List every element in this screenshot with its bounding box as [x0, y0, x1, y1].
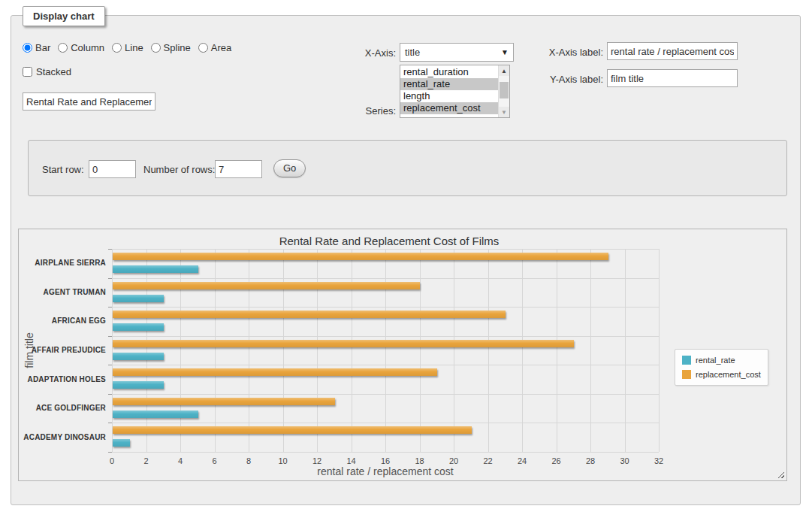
scrollbar-thumb[interactable] — [500, 82, 509, 98]
chevron-down-icon: ▼ — [501, 48, 509, 56]
chart-type-option-bar[interactable]: Bar — [23, 42, 50, 53]
chart-type-radio-line[interactable] — [112, 43, 122, 53]
bar-chart: Rental Rate and Replacement Cost of Film… — [18, 229, 787, 481]
series-option-replacement_cost[interactable]: replacement_cost — [400, 102, 498, 114]
chart-type-option-column[interactable]: Column — [58, 42, 104, 53]
series-option-length[interactable]: length — [400, 90, 498, 102]
x-tick-label: 6 — [212, 456, 216, 465]
gridline — [112, 249, 113, 452]
num-rows-input[interactable] — [215, 160, 262, 178]
y-axis-label-input[interactable] — [607, 69, 738, 87]
x-tick-label: 12 — [312, 456, 321, 465]
y-axis-tick — [108, 394, 112, 395]
resize-grip-icon[interactable] — [776, 470, 784, 478]
chart-legend: rental_ratereplacement_cost — [675, 349, 768, 386]
bar-replacement_cost[interactable] — [113, 340, 574, 347]
x-tick-label: 10 — [278, 456, 287, 465]
x-tick-label: 8 — [246, 456, 251, 465]
chart-type-option-spline[interactable]: Spline — [151, 42, 191, 53]
legend-item-rental_rate[interactable]: rental_rate — [682, 354, 761, 366]
bar-replacement_cost[interactable] — [113, 253, 608, 260]
gridline — [625, 249, 626, 452]
bar-replacement_cost[interactable] — [113, 398, 335, 405]
x-axis-select-label: X-Axis: — [315, 47, 396, 59]
chart-title: Rental Rate and Replacement Cost of Film… — [19, 235, 759, 247]
bar-rental_rate[interactable] — [113, 265, 198, 273]
x-axis-label-input[interactable] — [607, 42, 738, 60]
legend-item-replacement_cost[interactable]: replacement_cost — [682, 368, 761, 380]
series-listbox-scrollbar[interactable]: ▲ ▼ — [498, 65, 509, 117]
category-label: ADAPTATION HOLES — [19, 375, 106, 383]
bar-rental_rate[interactable] — [113, 353, 164, 360]
gridline — [283, 249, 284, 452]
gridline — [659, 249, 660, 452]
chart-type-radio-column[interactable] — [58, 43, 68, 53]
num-rows-label: Number of rows: — [143, 164, 215, 175]
bar-sheen — [113, 411, 198, 418]
bar-sheen — [113, 323, 164, 331]
go-button[interactable]: Go — [273, 159, 306, 177]
y-axis-tick — [108, 278, 112, 279]
chart-type-radio-spline[interactable] — [151, 43, 161, 53]
x-tick-label: 14 — [346, 456, 355, 465]
gridline — [146, 249, 147, 452]
chart-type-radio-group: BarColumnLineSplineArea — [23, 42, 231, 53]
chart-type-label-bar: Bar — [35, 42, 50, 53]
y-axis-title: film title — [23, 332, 35, 368]
bar-replacement_cost[interactable] — [113, 426, 472, 434]
gridline — [112, 249, 659, 250]
bar-rental_rate[interactable] — [113, 381, 164, 389]
stacked-checkbox[interactable] — [23, 67, 32, 77]
y-axis-tick — [108, 365, 112, 365]
bar-rental_rate[interactable] — [113, 411, 198, 418]
gridline — [317, 249, 318, 452]
chart-type-option-line[interactable]: Line — [112, 42, 143, 53]
bar-sheen — [113, 295, 164, 302]
y-axis-tick — [108, 452, 112, 453]
chart-type-radio-area[interactable] — [198, 43, 208, 53]
chart-type-label-line: Line — [125, 42, 143, 53]
chart-title-input[interactable] — [23, 92, 155, 111]
legend-swatch-icon — [682, 356, 691, 365]
series-listbox[interactable]: rental_durationrental_ratelengthreplacem… — [400, 65, 510, 118]
chart-type-option-area[interactable]: Area — [198, 42, 231, 53]
scroll-down-icon[interactable]: ▼ — [499, 107, 509, 117]
bar-sheen — [113, 282, 420, 289]
bar-rental_rate[interactable] — [113, 323, 164, 331]
gridline — [522, 249, 523, 452]
bar-sheen — [113, 253, 608, 260]
gridline — [420, 249, 421, 452]
bar-sheen — [113, 426, 472, 434]
series-option-rental_rate[interactable]: rental_rate — [400, 78, 498, 90]
gridline — [249, 249, 249, 452]
y-axis-tick — [108, 423, 112, 423]
chart-type-label-area: Area — [211, 42, 231, 53]
x-axis-select[interactable]: title ▼ — [400, 43, 514, 62]
legend-label: rental_rate — [696, 356, 735, 365]
start-row-input[interactable] — [89, 160, 136, 178]
legend-label: replacement_cost — [696, 370, 761, 379]
chart-plot-area: 02468101214161820222426283032AIRPLANE SI… — [112, 249, 659, 452]
bar-sheen — [113, 311, 506, 318]
bar-sheen — [113, 398, 335, 405]
stacked-checkbox-row[interactable]: Stacked — [23, 66, 71, 77]
gridline — [385, 249, 386, 452]
gridline — [112, 452, 659, 453]
series-list-label: Series: — [315, 105, 396, 117]
bar-sheen — [113, 381, 164, 389]
bar-replacement_cost[interactable] — [113, 282, 420, 289]
bar-rental_rate[interactable] — [113, 295, 164, 302]
start-row-label: Start row: — [42, 164, 84, 175]
bar-replacement_cost[interactable] — [113, 368, 437, 376]
y-axis-tick — [108, 249, 112, 250]
gridline — [454, 249, 454, 452]
series-option-rental_duration[interactable]: rental_duration — [400, 66, 498, 78]
bar-sheen — [113, 340, 574, 347]
gridline — [557, 249, 557, 452]
bar-rental_rate[interactable] — [113, 439, 130, 447]
bar-replacement_cost[interactable] — [113, 311, 506, 318]
chart-type-label-column: Column — [71, 42, 104, 53]
chart-type-radio-bar[interactable] — [23, 43, 32, 53]
stacked-label: Stacked — [36, 66, 71, 77]
scroll-up-icon[interactable]: ▲ — [499, 65, 509, 76]
